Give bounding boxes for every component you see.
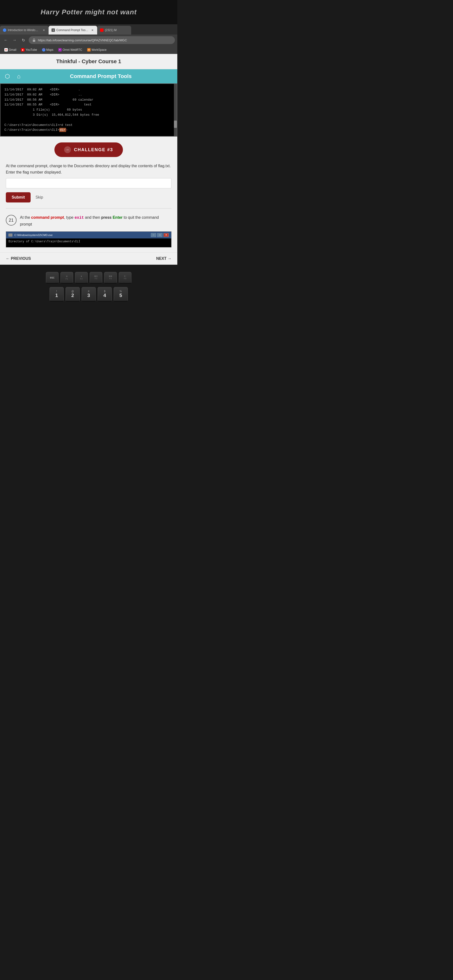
tab-close-intro[interactable]: ✕ — [42, 28, 46, 32]
key-f1[interactable]: ☀ F1 — [60, 272, 73, 284]
cmd-mini-window: C:\Windows\system32\CMD.exe ─ □ ✕ Direct… — [6, 231, 171, 247]
next-button[interactable]: NEXT → — [156, 256, 171, 261]
back-button[interactable]: ← — [2, 37, 9, 43]
enter-highlight: Enter — [113, 215, 123, 220]
tab-bar: Introduction to Windows OS t ✕ ℹ Command… — [0, 24, 177, 35]
key-f4-label: F4 — [109, 277, 112, 280]
key-esc[interactable]: esc — [46, 272, 59, 284]
external-link-icon[interactable]: ⬡ — [5, 73, 13, 80]
bookmark-omni-label: Omni WebRTC — [63, 48, 82, 51]
course-header: Thinkful - Cyber Course 1 — [0, 54, 177, 69]
key-f3[interactable]: ⊞⊡ F3 — [90, 272, 102, 284]
terminal-line-6: 3 Dir(s) 15,464,812,544 bytes free — [5, 113, 173, 118]
terminal-line-7 — [5, 118, 173, 123]
address-bar: ← → ↻ https://lab.infoseclearning.com/co… — [0, 35, 177, 46]
bookmark-gmail[interactable]: M Gmail — [2, 48, 18, 52]
home-icon[interactable]: ⌂ — [17, 73, 25, 80]
key-5[interactable]: % 5 — [114, 287, 128, 302]
terminal-line-4: 11/14/2017 08:55 AM <DIR> test — [5, 102, 173, 107]
bookmark-workspace[interactable]: m WorkSpace — [85, 48, 109, 52]
kb-row-2: ! 1 @ 2 # 3 $ 4 % 5 — [49, 287, 128, 302]
terminal-line-2: 11/14/2017 09:02 AM <DIR> .. — [5, 92, 173, 97]
terminal-line-5: 1 File(s) 69 bytes — [5, 107, 173, 113]
key-f4[interactable]: ⊞⊞ F4 — [104, 272, 117, 284]
key-4-top: $ — [104, 290, 105, 293]
key-1-top: ! — [56, 290, 57, 293]
page-nav-bar: ⬡ ⌂ Command Prompt Tools — [0, 69, 177, 83]
bookmark-youtube[interactable]: ▶ YouTube — [19, 48, 39, 52]
tab-youtube-label: (2321) M — [105, 29, 128, 32]
submit-button[interactable]: Submit — [6, 192, 31, 202]
key-f1-icon: ☀ — [66, 275, 68, 278]
key-3-top: # — [88, 290, 89, 293]
maps-icon: 📍 — [42, 48, 46, 51]
keyboard-area: esc ☀ F1 ☀ F2 ⊞⊡ F3 ⊞⊞ F4 ☀⁻ F5 ! 1 @ — [0, 265, 177, 307]
key-f5-icon: ☀⁻ — [124, 275, 127, 277]
challenge-button-label: CHALLENGE #3 — [74, 147, 113, 153]
cmd-close-button[interactable]: ✕ — [163, 233, 169, 237]
skip-link[interactable]: Skip — [35, 195, 43, 200]
cmd-maximize-button[interactable]: □ — [157, 233, 163, 237]
terminal-window: 11/14/2017 09:02 AM <DIR> . 11/14/2017 0… — [0, 83, 177, 137]
key-4[interactable]: $ 4 — [98, 287, 112, 302]
step-21-row: 21 At the command prompt, type exit and … — [6, 215, 171, 227]
tab-cmd[interactable]: ℹ Command Prompt Tools | Info ✕ — [49, 26, 97, 35]
key-esc-label: esc — [50, 276, 55, 279]
tab-intro[interactable]: Introduction to Windows OS t ✕ — [0, 26, 49, 35]
step-21-section: 21 At the command prompt, type exit and … — [0, 215, 177, 252]
cmd-title-bar: C:\Windows\system32\CMD.exe ─ □ ✕ — [6, 232, 171, 239]
url-bar[interactable]: https://lab.infoseclearning.com/course/Q… — [29, 36, 175, 44]
bookmark-gmail-label: Gmail — [9, 48, 16, 51]
youtube-bm-icon: ▶ — [21, 48, 25, 51]
key-f5[interactable]: ☀⁻ F5 — [119, 272, 131, 284]
terminal-arrow: ← — [66, 128, 68, 132]
action-row: Submit Skip — [0, 192, 177, 202]
answer-input[interactable] — [6, 178, 171, 188]
key-4-bottom: 4 — [103, 293, 106, 298]
cmd-window-controls: ─ □ ✕ — [151, 233, 169, 237]
lock-icon — [32, 38, 36, 42]
key-3-bottom: 3 — [87, 293, 90, 298]
bookmark-maps-label: Maps — [46, 48, 54, 51]
bookmarks-bar: M Gmail ▶ YouTube 📍 Maps ✦ Omni WebRTC m — [0, 46, 177, 54]
key-f2-label: F2 — [80, 278, 83, 280]
prev-button[interactable]: ← PREVIOUS — [6, 256, 31, 261]
course-title: Thinkful - Cyber Course 1 — [5, 58, 173, 65]
cmd-title-left: C:\Windows\system32\CMD.exe — [8, 234, 53, 237]
key-f3-label: F3 — [95, 277, 97, 280]
key-2[interactable]: @ 2 — [66, 287, 80, 302]
answer-input-wrap — [6, 178, 171, 188]
video-area: Harry Potter might not want — [0, 0, 177, 24]
terminal-scrollbar[interactable] — [174, 84, 177, 136]
key-3[interactable]: # 3 — [82, 287, 96, 302]
bookmark-workspace-label: WorkSpace — [92, 48, 107, 51]
bookmark-omni[interactable]: ✦ Omni WebRTC — [56, 48, 84, 52]
key-2-top: @ — [71, 290, 74, 293]
page-content: Thinkful - Cyber Course 1 ⬡ ⌂ Command Pr… — [0, 54, 177, 265]
challenge-button[interactable]: → CHALLENGE #3 — [54, 142, 123, 157]
key-1[interactable]: ! 1 — [49, 287, 63, 302]
workspace-icon: m — [87, 48, 90, 51]
kb-row-1: esc ☀ F1 ☀ F2 ⊞⊡ F3 ⊞⊞ F4 ☀⁻ F5 — [46, 272, 131, 284]
youtube-favicon — [100, 29, 103, 32]
gmail-icon: M — [5, 48, 8, 51]
key-f3-icon: ⊞⊡ — [94, 275, 98, 277]
tab-cmd-label: Command Prompt Tools | Info — [56, 29, 89, 32]
exit-cmd-highlight: exit — [74, 216, 84, 220]
key-f1-label: F1 — [66, 278, 68, 280]
tab-close-cmd[interactable]: ✕ — [90, 28, 94, 32]
forward-button[interactable]: → — [11, 37, 18, 43]
cmd-title-text: C:\Windows\system32\CMD.exe — [14, 234, 53, 237]
refresh-button[interactable]: ↻ — [20, 37, 27, 43]
step-21-number: 21 — [6, 215, 16, 226]
key-f5-label: F5 — [124, 277, 127, 280]
bottom-nav: ← PREVIOUS NEXT → — [0, 252, 177, 265]
tab-youtube[interactable]: (2321) M — [97, 26, 131, 35]
omni-icon: ✦ — [58, 48, 62, 51]
url-text: https://lab.infoseclearning.com/course/Q… — [38, 38, 127, 42]
cmd-minimize-button[interactable]: ─ — [151, 233, 156, 237]
bookmark-maps[interactable]: 📍 Maps — [40, 48, 55, 52]
key-f2[interactable]: ☀ F2 — [75, 272, 88, 284]
cmd-icon — [8, 234, 13, 237]
bookmark-youtube-label: YouTube — [25, 48, 37, 51]
